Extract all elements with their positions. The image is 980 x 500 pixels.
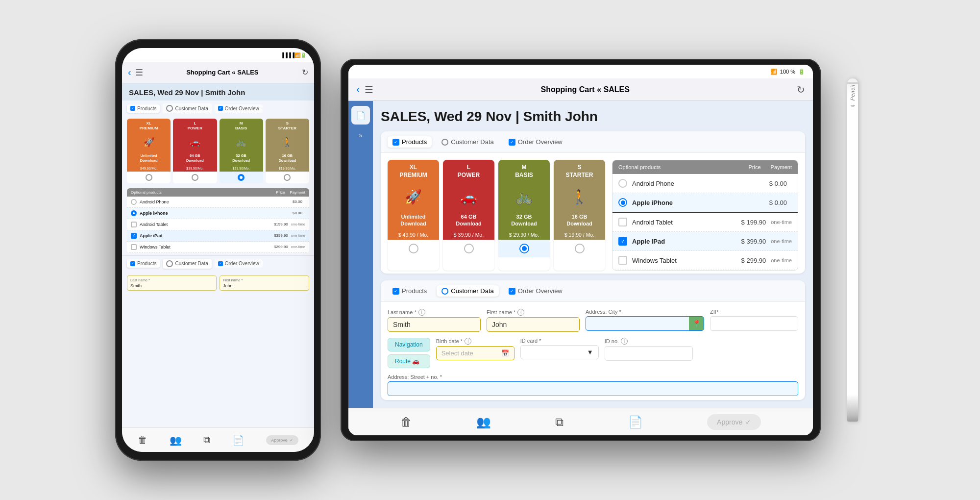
calendar-icon[interactable]: 📅 — [501, 350, 509, 357]
cb-android-tablet[interactable] — [131, 222, 137, 227]
plan-s[interactable]: SSTARTER 🚶 16 GBDownload $19.90/Mo. — [266, 119, 309, 183]
navigation-label: Navigation — [395, 341, 423, 348]
tablet-menu-icon[interactable]: ☰ — [365, 84, 373, 96]
panel-row-apple-ipad[interactable]: Apple iPad $ 399.90 one-time — [612, 232, 798, 251]
copy-button-tablet[interactable]: ⧉ — [555, 415, 564, 429]
first-name-field-phone[interactable]: First name * John — [220, 275, 309, 291]
delete-button-tablet[interactable]: 🗑 — [400, 415, 412, 429]
plan-l[interactable]: LPOWER 🚗 64 GBDownload $39.90/Mo. — [173, 119, 217, 183]
last-name-input[interactable] — [388, 317, 481, 332]
tab-products-cust[interactable]: Products — [388, 285, 432, 297]
radio-xl[interactable] — [146, 174, 152, 181]
row-android-phone[interactable]: Android Phone $0.00 — [127, 197, 309, 208]
cb-apple-ipad-tablet[interactable] — [618, 237, 627, 246]
radio-android-phone-tablet[interactable] — [618, 179, 627, 188]
navigation-button[interactable]: Navigation — [388, 338, 430, 351]
plan-xl-tablet-radio[interactable] — [388, 240, 439, 257]
id-no-info-icon[interactable]: i — [621, 338, 628, 345]
birth-date-info-icon[interactable]: i — [465, 338, 471, 345]
plan-m-tablet-radio[interactable] — [498, 240, 550, 257]
users-button-phone[interactable]: 👥 — [170, 434, 182, 446]
pdf-button-phone[interactable]: 📄 — [232, 434, 245, 446]
tab-order-cust[interactable]: Order Overview — [504, 285, 567, 297]
tab2-customer-data[interactable]: Customer Data — [163, 259, 211, 269]
plan-xl-radio[interactable] — [127, 172, 171, 183]
last-name-field-phone[interactable]: Last name * Smith — [127, 275, 217, 291]
sidebar-expand-icon[interactable]: » — [359, 131, 363, 139]
route-button[interactable]: Route 🚗 — [388, 354, 430, 368]
plan-xl-tablet[interactable]: XLPREMIUM 🚀 UnlimitedDownload $ 49.90 / … — [388, 160, 439, 271]
radio-s-tablet[interactable] — [575, 244, 585, 253]
approve-button-tablet[interactable]: Approve ✓ — [707, 414, 761, 430]
tab-customer-data[interactable]: Customer Data — [163, 103, 211, 113]
plan-m[interactable]: MBASIS 🚲 32 GBDownload $29.90/Mo. — [220, 119, 263, 183]
first-name-input[interactable] — [487, 317, 580, 332]
tab-products[interactable]: Products — [127, 104, 160, 113]
tablet-content: 📄 » SALES, Wed 29 Nov | Smith John Produ… — [348, 101, 813, 408]
plan-m-tablet[interactable]: MBASIS 🚲 32 GBDownload $ 29.90 / Mo. — [498, 160, 550, 271]
users-button-tablet[interactable]: 👥 — [476, 415, 491, 429]
tab-products-tablet[interactable]: Products — [388, 136, 432, 148]
birth-date-placeholder: Select date — [441, 350, 473, 357]
row-android-tablet[interactable]: Android Tablet $199.90 one-time — [127, 219, 309, 230]
tab-order-overview[interactable]: Order Overview — [215, 104, 263, 113]
plan-l-tablet-radio[interactable] — [443, 240, 494, 257]
row-apple-iphone[interactable]: Apple iPhone $0.00 — [127, 208, 309, 219]
panel-row-android-tablet[interactable]: Android Tablet $ 199.90 one-time — [612, 213, 798, 232]
location-pin-icon[interactable]: 📍 — [689, 317, 704, 330]
menu-icon[interactable]: ☰ — [135, 67, 143, 78]
address-street-group: Address: Street + no. * — [388, 374, 798, 396]
plan-s-radio[interactable] — [266, 172, 309, 183]
plan-l-tablet[interactable]: LPOWER 🚗 64 GBDownload $ 39.90 / Mo. — [443, 160, 494, 271]
plan-xl[interactable]: XLPREMIUM 🚀 UnlimitedDownload $49.90/Mo. — [127, 119, 171, 183]
back-button[interactable]: ‹ — [128, 67, 131, 78]
tab-customer-tablet[interactable]: Customer Data — [437, 136, 498, 148]
radio-m[interactable] — [238, 174, 245, 181]
row-apple-ipad[interactable]: Apple iPad $399.90 one-time — [127, 230, 309, 242]
refresh-icon[interactable]: ↻ — [302, 68, 308, 77]
plan-m-header: MBASIS — [220, 119, 263, 133]
delete-button-phone[interactable]: 🗑 — [138, 434, 147, 446]
panel-row-apple-iphone[interactable]: Apple iPhone $ 0.00 — [612, 193, 798, 213]
pdf-button-tablet[interactable]: 📄 — [628, 415, 643, 429]
plan-m-radio[interactable] — [220, 172, 263, 183]
address-street-input[interactable] — [388, 381, 798, 396]
optional-products-panel: Optional products Price Payment Android … — [612, 160, 798, 271]
panel-row-android-phone[interactable]: Android Phone $ 0.00 — [612, 174, 798, 193]
radio-m-tablet[interactable] — [519, 244, 529, 253]
radio-apple-iphone-tablet[interactable] — [618, 198, 627, 207]
cb-windows-tablet[interactable] — [131, 244, 137, 250]
panel-row-windows-tablet[interactable]: Windows Tablet $ 299.90 one-time — [612, 251, 798, 270]
plan-s-tablet-radio[interactable] — [554, 240, 605, 257]
cb-apple-ipad[interactable] — [131, 233, 137, 239]
copy-button-phone[interactable]: ⧉ — [203, 434, 210, 446]
tablet-refresh-icon[interactable]: ↻ — [797, 84, 805, 96]
first-name-label-phone: First name * — [223, 278, 306, 282]
id-card-select[interactable]: ▼ — [520, 345, 599, 359]
address-city-input[interactable] — [586, 317, 689, 330]
tab2-order-overview[interactable]: Order Overview — [215, 259, 263, 268]
id-no-input[interactable] — [605, 346, 693, 361]
plan-l-radio[interactable] — [173, 172, 217, 183]
sidebar-file-icon[interactable]: 📄 — [351, 106, 370, 125]
tab-customer-cust[interactable]: Customer Data — [437, 285, 498, 297]
radio-android-phone[interactable] — [131, 199, 137, 205]
zip-input[interactable] — [710, 316, 798, 331]
birth-date-input[interactable]: Select date 📅 — [436, 346, 514, 360]
radio-l-tablet[interactable] — [464, 244, 474, 253]
tab-order-tablet[interactable]: Order Overview — [504, 136, 567, 148]
plan-s-tablet[interactable]: SSTARTER 🚶 16 GBDownload $ 19.90 / Mo. — [554, 160, 605, 271]
last-name-info-icon[interactable]: i — [418, 309, 425, 316]
optional-panel-col-price: Price — [749, 164, 761, 170]
radio-l[interactable] — [192, 174, 198, 181]
row-windows-tablet[interactable]: Windows Tablet $299.90 one-time — [127, 242, 309, 253]
tab2-products[interactable]: Products — [127, 259, 160, 268]
radio-s[interactable] — [284, 174, 291, 181]
approve-button-phone[interactable]: Approve ✓ — [266, 435, 298, 445]
radio-xl-tablet[interactable] — [409, 244, 418, 253]
cb-android-tablet-tablet[interactable] — [618, 218, 627, 226]
cb-windows-tablet-tablet[interactable] — [618, 256, 627, 265]
radio-apple-iphone[interactable] — [131, 210, 137, 216]
first-name-info-icon[interactable]: i — [517, 309, 524, 316]
tablet-back-button[interactable]: ‹ — [356, 83, 360, 96]
